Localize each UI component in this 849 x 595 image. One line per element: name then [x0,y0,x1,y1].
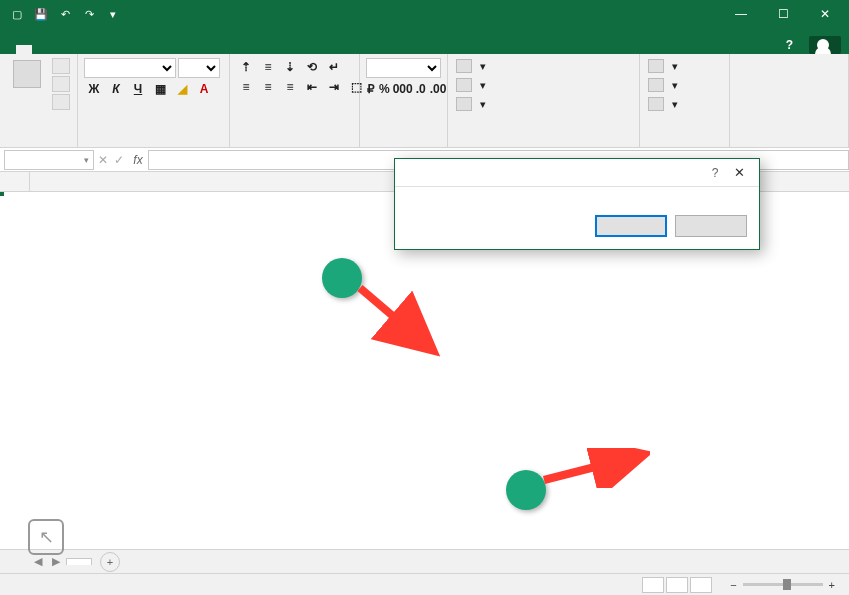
zoom-in-button[interactable]: + [829,579,835,591]
tab-acrobat[interactable] [144,45,160,54]
italic-button[interactable]: К [106,80,126,98]
person-icon [817,39,829,51]
undo-icon[interactable]: ↶ [56,5,74,23]
inc-decimal-icon[interactable]: .0 [415,80,427,98]
ribbon-tabs [0,28,849,54]
cursor-icon: ↖ [28,519,64,555]
select-all-corner[interactable] [0,172,30,191]
tab-data[interactable] [80,45,96,54]
status-bar: − + [0,573,849,595]
format-painter-icon[interactable] [52,94,70,110]
wrap-text-icon[interactable]: ↵ [324,58,344,76]
minimize-button[interactable]: — [721,0,761,28]
insert-icon [648,59,664,73]
cell-style-icon [456,97,472,111]
group-styles-label [454,143,633,145]
table-icon [456,78,472,92]
fx-icon[interactable]: fx [128,153,148,167]
paste-button[interactable] [6,58,48,92]
percent-icon[interactable]: % [378,80,391,98]
sheet-nav-next-icon[interactable]: ▶ [48,555,64,568]
align-left-icon[interactable]: ≡ [236,78,256,96]
dialog-help-button[interactable]: ? [703,166,727,180]
tab-insert[interactable] [32,45,48,54]
goto-special-dialog: ? ✕ [394,158,760,250]
align-bottom-icon[interactable]: ⇣ [280,58,300,76]
currency-icon[interactable]: ₽ [366,80,376,98]
cancel-formula-icon[interactable]: ✕ [98,153,108,167]
format-cells-button[interactable]: ▾ [646,96,680,112]
group-number-label [366,143,441,145]
view-break-icon[interactable] [690,577,712,593]
format-as-table-button[interactable]: ▾ [454,77,488,93]
indent-dec-icon[interactable]: ⇤ [302,78,322,96]
delete-cells-button[interactable]: ▾ [646,77,680,93]
cond-format-icon [456,59,472,73]
title-bar: ▢ 💾 ↶ ↷ ▾ — ☐ ✕ [0,0,849,28]
share-button[interactable] [809,36,841,54]
copy-icon[interactable] [52,76,70,92]
sheet-nav-prev-icon[interactable]: ◀ [30,555,46,568]
dialog-close-button[interactable]: ✕ [727,165,751,180]
tab-home[interactable] [16,45,32,54]
tab-formulas[interactable] [64,45,80,54]
cut-icon[interactable] [52,58,70,74]
border-button[interactable]: ▦ [150,80,170,98]
watermark: ↖ [28,519,70,555]
tab-review[interactable] [96,45,112,54]
redo-icon[interactable]: ↷ [80,5,98,23]
maximize-button[interactable]: ☐ [763,0,803,28]
qa-dropdown-icon[interactable]: ▾ [104,5,122,23]
group-font-label [84,143,223,145]
cell-styles-button[interactable]: ▾ [454,96,488,112]
name-box[interactable] [4,150,94,170]
insert-cells-button[interactable]: ▾ [646,58,680,74]
indent-inc-icon[interactable]: ⇥ [324,78,344,96]
delete-icon [648,78,664,92]
ok-button[interactable] [595,215,667,237]
ribbon: Ж К Ч ▦ ◢ A ⇡ ≡ ⇣ ⟲ ↵ ≡ ≡ ≡ ⇤ ⇥ [0,54,849,148]
annotation-badge-2 [506,470,546,510]
zoom-slider[interactable] [743,583,823,586]
view-layout-icon[interactable] [666,577,688,593]
tell-me[interactable] [786,38,797,52]
group-cells-label [646,143,723,145]
align-middle-icon[interactable]: ≡ [258,58,278,76]
comma-icon[interactable]: 000 [393,80,413,98]
close-button[interactable]: ✕ [805,0,845,28]
sheet-tab[interactable] [66,558,92,565]
group-edit-label [736,143,842,145]
conditional-formatting-button[interactable]: ▾ [454,58,488,74]
align-center-icon[interactable]: ≡ [258,78,278,96]
fill-color-button[interactable]: ◢ [172,80,192,98]
orientation-icon[interactable]: ⟲ [302,58,322,76]
align-top-icon[interactable]: ⇡ [236,58,256,76]
accept-formula-icon[interactable]: ✓ [114,153,124,167]
tab-abbyy[interactable] [128,45,144,54]
group-align-label [236,143,353,145]
tab-file[interactable] [0,45,16,54]
app-menu-icon[interactable]: ▢ [8,5,26,23]
dec-decimal-icon[interactable]: .00 [429,80,448,98]
font-size-select[interactable] [178,58,220,78]
tab-layout[interactable] [48,45,64,54]
cancel-button[interactable] [675,215,747,237]
clipboard-icon [13,60,41,88]
view-normal-icon[interactable] [642,577,664,593]
underline-button[interactable]: Ч [128,80,148,98]
sheet-tab-bar: ◀ ▶ + [0,549,849,573]
bold-button[interactable]: Ж [84,80,104,98]
tab-view[interactable] [112,45,128,54]
number-format-select[interactable] [366,58,441,78]
align-right-icon[interactable]: ≡ [280,78,300,96]
annotation-badge-1 [322,258,362,298]
zoom-out-button[interactable]: − [730,579,736,591]
format-icon [648,97,664,111]
new-sheet-button[interactable]: + [100,552,120,572]
font-color-button[interactable]: A [194,80,214,98]
font-name-select[interactable] [84,58,176,78]
save-icon[interactable]: 💾 [32,5,50,23]
group-clipboard-label [6,143,71,145]
